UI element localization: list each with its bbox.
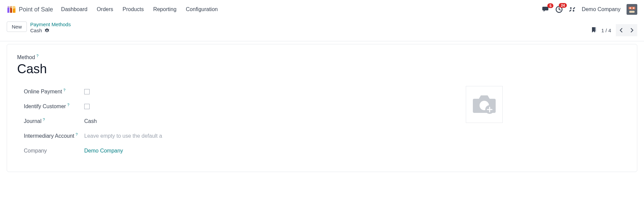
identify-customer-checkbox[interactable] <box>84 104 90 109</box>
camera-plus-icon <box>471 93 498 116</box>
debug-button[interactable] <box>569 6 576 13</box>
image-upload-widget[interactable] <box>466 86 503 123</box>
nav-products[interactable]: Products <box>122 6 144 12</box>
company-label: Company <box>17 148 84 154</box>
pos-app-icon <box>7 5 16 13</box>
online-payment-label: Online Payment ? <box>17 89 84 95</box>
gear-icon[interactable] <box>45 28 49 33</box>
chat-badge: 5 <box>547 3 553 8</box>
company-selector[interactable]: Demo Company <box>582 6 621 12</box>
tools-icon <box>569 6 576 13</box>
bookmark-icon[interactable] <box>591 27 597 34</box>
help-icon[interactable]: ? <box>67 103 69 107</box>
app-title: Point of Sale <box>19 6 53 13</box>
topnav-right: 5 24 Demo Company <box>542 4 637 15</box>
top-navbar: Point of Sale Dashboard Orders Products … <box>0 0 644 19</box>
online-payment-checkbox[interactable] <box>84 89 90 94</box>
chevron-right-icon <box>630 28 634 33</box>
pager-next-button[interactable] <box>627 24 637 36</box>
intermediary-account-field[interactable]: Leave empty to use the default a <box>84 133 162 139</box>
breadcrumb-current-text: Cash <box>30 28 42 33</box>
messaging-button[interactable]: 5 <box>542 6 549 13</box>
breadcrumb: Payment Methods Cash <box>30 21 71 33</box>
avatar-icon <box>627 4 637 15</box>
intermediary-account-label: Intermediary Account ? <box>17 133 84 139</box>
nav-reporting[interactable]: Reporting <box>153 6 176 12</box>
nav-orders[interactable]: Orders <box>97 6 113 12</box>
pager-count[interactable]: 1 / 4 <box>601 28 611 33</box>
nav-dashboard[interactable]: Dashboard <box>61 6 87 12</box>
help-icon[interactable]: ? <box>36 54 38 58</box>
journal-field[interactable]: Cash <box>84 118 97 124</box>
journal-label: Journal ? <box>17 118 84 124</box>
help-icon[interactable]: ? <box>76 132 78 136</box>
identify-customer-label: Identify Customer ? <box>17 103 84 110</box>
pager-prev-button[interactable] <box>616 24 627 36</box>
nav-menu: Dashboard Orders Products Reporting Conf… <box>61 6 218 12</box>
control-panel: New Payment Methods Cash 1 / 4 <box>0 19 644 41</box>
user-avatar[interactable] <box>627 4 637 15</box>
help-icon[interactable]: ? <box>43 118 45 122</box>
record-title-input[interactable]: Cash <box>17 62 627 76</box>
svg-point-3 <box>630 7 631 9</box>
svg-rect-5 <box>629 11 635 13</box>
activity-badge: 24 <box>559 3 567 8</box>
breadcrumb-parent[interactable]: Payment Methods <box>30 21 71 27</box>
breadcrumb-current: Cash <box>30 28 71 33</box>
svg-point-6 <box>46 30 48 31</box>
svg-point-4 <box>633 7 634 9</box>
help-icon[interactable]: ? <box>63 88 65 92</box>
activities-button[interactable]: 24 <box>555 6 563 13</box>
company-field[interactable]: Demo Company <box>84 148 123 154</box>
new-button[interactable]: New <box>7 21 27 32</box>
app-logo[interactable]: Point of Sale <box>7 5 53 13</box>
method-label: Method ? <box>17 54 627 60</box>
form-sheet: Method ? Cash Online Payment ? Identify … <box>7 44 637 172</box>
chevron-left-icon <box>620 28 623 33</box>
nav-configuration[interactable]: Configuration <box>186 6 218 12</box>
pager-area: 1 / 4 <box>591 21 637 36</box>
